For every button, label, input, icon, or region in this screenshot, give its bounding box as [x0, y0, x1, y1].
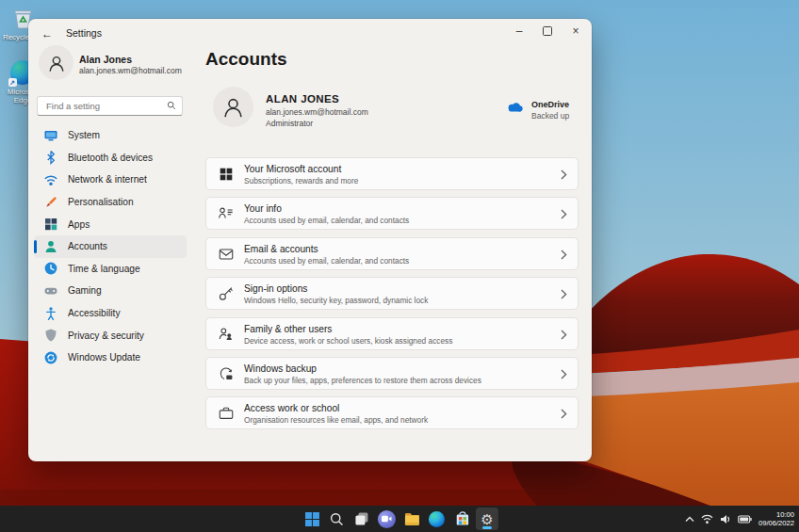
sidebar-item-label: Accounts — [68, 241, 107, 251]
system-tray: 10:00 09/06/2022 — [685, 506, 794, 532]
card-sign-in-options[interactable]: Sign-in options Windows Hello, security … — [205, 277, 579, 310]
gamepad-icon — [43, 283, 58, 298]
account-name: ALAN JONES — [266, 93, 339, 105]
taskbar-clock[interactable]: 10:00 09/06/2022 — [758, 510, 794, 527]
edge-icon — [429, 511, 445, 527]
sidebar-item-label: Gaming — [68, 285, 102, 296]
edge-button[interactable] — [426, 508, 448, 530]
sidebar-item-label: Privacy & security — [68, 330, 144, 341]
maximize-button[interactable] — [533, 19, 562, 42]
selection-accent — [34, 240, 37, 253]
taskbar: ⚙ 10:00 09/06/2022 — [0, 506, 799, 532]
shortcut-arrow-icon: ↗ — [8, 78, 17, 87]
card-title: Your Microsoft account — [244, 164, 341, 174]
sidebar-item-privacy-security[interactable]: Privacy & security — [34, 324, 187, 347]
sidebar-item-label: Accessibility — [68, 308, 120, 318]
file-explorer-button[interactable] — [400, 508, 423, 530]
shield-icon — [43, 328, 58, 343]
card-family-other-users[interactable]: Family & other users Device access, work… — [205, 317, 579, 350]
chat-icon — [378, 510, 396, 528]
clock-date: 09/06/2022 — [758, 519, 794, 527]
chevron-right-icon — [561, 289, 567, 299]
family-icon — [218, 326, 235, 343]
windows-start-icon — [304, 512, 318, 526]
card-access-work-or-school[interactable]: Access work or school Organisation resou… — [205, 396, 579, 429]
backup-arrow-icon — [218, 365, 235, 382]
sidebar-item-accessibility[interactable]: Accessibility — [34, 302, 187, 325]
sidebar-item-apps[interactable]: Apps — [34, 213, 187, 235]
sidebar-item-label: Network & internet — [68, 174, 147, 185]
microsoft-store-button[interactable] — [450, 508, 473, 530]
card-title: Email & accounts — [244, 244, 318, 254]
settings-button[interactable]: ⚙ — [476, 508, 498, 530]
card-subtitle: Subscriptions, rewards and more — [244, 176, 358, 185]
taskbar-search-button[interactable] — [326, 508, 349, 530]
sidebar-item-bluetooth-devices[interactable]: Bluetooth & devices — [34, 147, 187, 169]
maximize-icon — [543, 26, 552, 36]
start-button[interactable] — [301, 508, 323, 530]
brush-icon — [43, 195, 58, 210]
clock-globe-icon — [43, 261, 58, 276]
card-email-accounts[interactable]: Email & accounts Accounts used by email,… — [205, 237, 579, 270]
card-title: Sign-in options — [244, 283, 307, 294]
sidebar-item-system[interactable]: System — [34, 124, 187, 147]
chat-button[interactable] — [376, 508, 399, 530]
onedrive-backed-up-status: Backed up — [531, 111, 569, 121]
store-icon — [454, 511, 469, 526]
chevron-right-icon — [561, 169, 567, 180]
chevron-right-icon — [561, 409, 567, 419]
card-your-info[interactable]: Your info Accounts used by email, calend… — [205, 197, 579, 230]
envelope-icon — [218, 246, 235, 263]
sidebar-profile-email: alan.jones.wm@hotmail.com — [79, 66, 182, 75]
page-title: Accounts — [205, 49, 287, 70]
card-subtitle: Device access, work or school users, kio… — [244, 336, 452, 346]
card-your-microsoft-account[interactable]: Your Microsoft account Subscriptions, re… — [205, 157, 579, 190]
active-app-indicator — [482, 526, 492, 528]
microsoft-logo-icon — [218, 166, 235, 183]
sidebar-avatar[interactable] — [39, 45, 73, 80]
sidebar-item-gaming[interactable]: Gaming — [34, 280, 187, 302]
card-subtitle: Back up your files, apps, preferences to… — [244, 376, 481, 385]
person-icon — [46, 53, 67, 73]
chevron-right-icon — [561, 369, 567, 379]
clock-time: 10:00 — [758, 510, 794, 519]
back-button[interactable]: ← — [36, 24, 58, 44]
minimize-button[interactable]: – — [505, 19, 533, 42]
onedrive-label: OneDrive — [531, 100, 569, 109]
bluetooth-icon — [43, 150, 58, 165]
person-icon — [220, 94, 246, 120]
card-title: Your info — [244, 203, 282, 214]
card-subtitle: Accounts used by email, calendar, and co… — [244, 216, 409, 225]
close-button[interactable]: × — [562, 19, 590, 42]
hidden-icons-chevron[interactable] — [685, 516, 694, 523]
apps-grid-icon — [43, 217, 58, 232]
onedrive-cloud-icon — [504, 100, 525, 114]
sidebar-item-windows-update[interactable]: Windows Update — [34, 347, 187, 369]
wifi-icon — [43, 172, 58, 187]
window-controls: – × — [505, 19, 590, 42]
search-input[interactable] — [44, 97, 161, 115]
wifi-icon[interactable] — [701, 514, 713, 524]
chevron-right-icon — [561, 330, 567, 340]
briefcase-icon — [218, 405, 235, 422]
sidebar-item-label: Bluetooth & devices — [68, 153, 153, 163]
system-icon — [43, 128, 58, 143]
chevron-right-icon — [561, 209, 567, 219]
sidebar-item-time-language[interactable]: Time & language — [34, 258, 187, 281]
chevron-right-icon — [561, 250, 567, 260]
gear-icon: ⚙ — [481, 512, 493, 526]
onedrive-status[interactable]: OneDrive Backed up — [504, 100, 569, 121]
card-title: Access work or school — [244, 403, 339, 413]
sidebar-item-personalisation[interactable]: Personalisation — [34, 191, 187, 214]
card-subtitle: Organisation resources like email, apps,… — [244, 415, 428, 425]
search-icon — [167, 101, 176, 110]
volume-icon[interactable] — [720, 514, 731, 524]
card-windows-backup[interactable]: Windows backup Back up your files, apps,… — [205, 357, 579, 390]
settings-window: ← Settings – × Alan Jones alan.jones.wm@… — [28, 19, 592, 461]
sidebar-item-network-internet[interactable]: Network & internet — [34, 169, 187, 191]
card-subtitle: Accounts used by email, calendar, and co… — [244, 256, 409, 266]
battery-icon[interactable] — [738, 515, 752, 524]
search-icon — [330, 512, 344, 526]
task-view-button[interactable] — [351, 508, 373, 530]
sidebar-item-accounts[interactable]: Accounts — [34, 235, 187, 258]
